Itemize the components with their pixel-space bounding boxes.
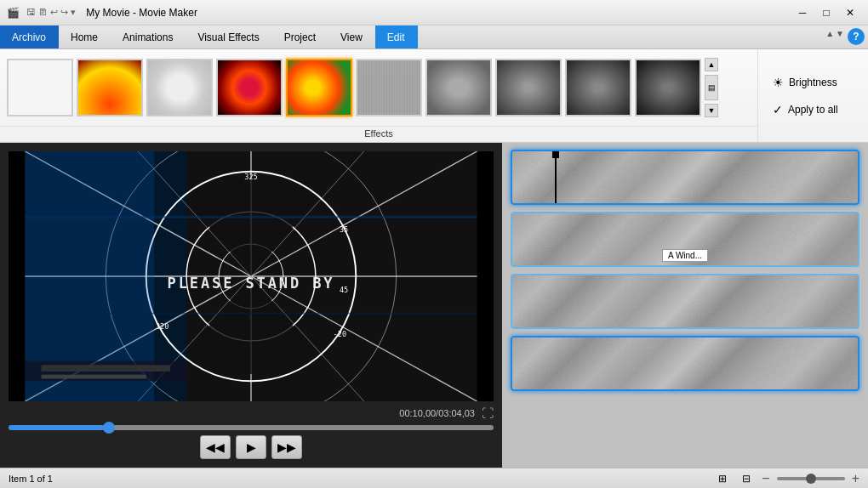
tab-home[interactable]: Home [59,26,111,48]
preview-panel: PLEASE STAND BY 325 35 45 -20 320 [0,143,502,468]
nav-up-arrow[interactable]: ▲ [825,29,834,38]
svg-text:-20: -20 [334,330,346,338]
clip-noise-4 [512,338,858,389]
effect-thumb-white[interactable] [146,59,213,116]
effect-thumb-gray3[interactable] [495,59,562,116]
clip-label-2: A Wind... [662,249,708,262]
effect-thumb-gray1[interactable] [356,59,422,116]
clip-noise-3 [512,275,858,327]
ribbon: ▲ ▤ ▼ Effects ☀ Brightness ✓ Apply to al… [0,49,868,143]
tab-animations[interactable]: Animations [111,26,186,48]
status-bar-right: ⊞ ⊟ − + [714,471,859,486]
playhead-top [552,151,559,158]
zoom-minus-label: − [762,471,769,486]
thumb-scroll-arrows: ▲ ▤ ▼ [705,58,718,117]
tab-edit[interactable]: Edit [375,26,418,48]
maximize-button[interactable]: □ [815,4,837,21]
effect-thumb-dark[interactable] [635,59,701,116]
effects-area: ▲ ▤ ▼ Effects [0,49,757,142]
window-title: My Movie - Movie Maker [86,7,197,19]
test-pattern-svg: PLEASE STAND BY 325 35 45 -20 320 [9,151,494,401]
svg-text:320: 320 [156,322,168,331]
timeline-clip-1[interactable] [511,150,859,205]
ribbon-right-panel: ☀ Brightness ✓ Apply to all [757,49,868,142]
timeline-clip-2[interactable]: A Wind... [511,212,859,267]
effect-thumb-fire[interactable] [77,59,143,116]
svg-text:45: 45 [340,286,348,294]
apply-to-all-button[interactable]: ✓ Apply to all [767,99,859,120]
clip-noise-1 [512,151,858,203]
effect-thumb-none[interactable] [7,59,73,116]
rewind-button[interactable]: ◀◀ [200,435,231,459]
thumb-scroll-down[interactable]: ▼ [705,104,718,117]
nav-down-arrow[interactable]: ▼ [836,29,844,38]
tab-visual-effects[interactable]: Visual Effects [186,26,271,48]
zoom-plus-label: + [852,471,859,486]
timecode-display: 00:10,00/03:04,03 [399,408,475,418]
forward-button[interactable]: ▶▶ [271,435,302,459]
effect-thumb-gray4[interactable] [565,59,631,116]
apply-icon: ✓ [773,103,783,116]
timecode-row: 00:10,00/03:04,03 ⛶ [9,406,494,420]
svg-rect-31 [41,375,146,379]
effect-thumb-flower-red[interactable] [216,59,283,116]
status-item-label: Item 1 of 1 [9,474,53,484]
effect-thumb-flower-yellow[interactable] [286,59,352,116]
timeline-panel: A Wind... [502,143,868,468]
playhead [555,151,557,205]
brightness-button[interactable]: ☀ Brightness [767,72,859,93]
timeline-clip-3[interactable] [511,274,859,329]
thumb-scroll-mid[interactable]: ▤ [705,75,718,100]
seek-bar[interactable] [9,425,494,430]
test-pattern: PLEASE STAND BY 325 35 45 -20 320 [9,151,494,401]
timeline-clip-4[interactable] [511,336,859,391]
thumbnails-row: ▲ ▤ ▼ [0,49,757,126]
ribbon-nav-arrows: ▲ ▼ [825,29,844,38]
help-button[interactable]: ? [848,28,865,45]
tab-archivo[interactable]: Archivo [0,26,59,48]
svg-rect-28 [25,313,477,315]
svg-text:325: 325 [244,173,257,181]
video-display: PLEASE STAND BY 325 35 45 -20 320 [9,151,494,401]
play-button[interactable]: ▶ [236,435,266,459]
zoom-slider[interactable] [777,477,845,480]
svg-text:PLEASE STAND BY: PLEASE STAND BY [168,275,335,292]
main-content: PLEASE STAND BY 325 35 45 -20 320 [0,143,868,468]
app-icon: 🎬 [7,7,20,19]
brightness-icon: ☀ [773,76,784,89]
menu-bar: Archivo Home Animations Visual Effects P… [0,26,868,49]
tab-project[interactable]: Project [272,26,328,48]
timeline-view-icon[interactable]: ⊟ [738,471,755,486]
effects-label: Effects [0,126,757,142]
svg-rect-27 [25,216,477,218]
title-bar: 🎬 🖫 🖹 ↩ ↪ ▾ My Movie - Movie Maker Video… [0,0,868,26]
storyboard-icon[interactable]: ⊞ [714,471,731,486]
window-controls: Video Tools ─ □ ✕ [701,4,861,21]
tab-view[interactable]: View [328,26,375,48]
status-bar: Item 1 of 1 ⊞ ⊟ − + [0,468,868,488]
seek-bar-row [9,425,494,430]
svg-rect-30 [41,365,170,372]
title-left: 🎬 🖫 🖹 ↩ ↪ ▾ My Movie - Movie Maker [7,7,197,19]
close-button[interactable]: ✕ [839,4,861,21]
svg-text:35: 35 [340,225,348,234]
fullscreen-icon[interactable]: ⛶ [482,406,494,420]
effect-thumb-gray2[interactable] [425,59,492,116]
minimize-button[interactable]: ─ [791,4,814,21]
playback-controls: ◀◀ ▶ ▶▶ [9,435,494,459]
thumb-scroll-up[interactable]: ▲ [705,58,718,71]
